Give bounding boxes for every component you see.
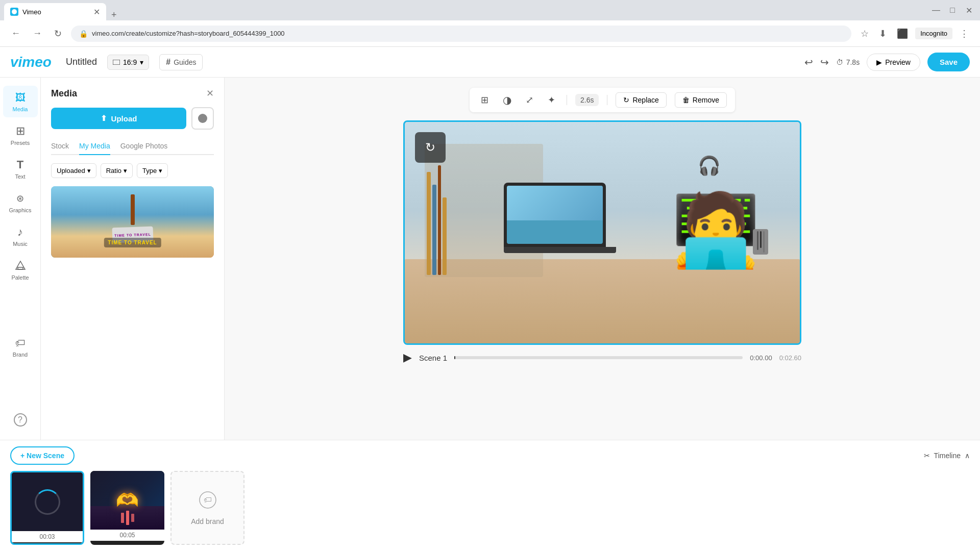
sidebar-item-media[interactable]: 🖼 Media xyxy=(3,86,38,117)
replace-label: Replace xyxy=(632,96,658,104)
sidebar-item-music[interactable]: ♪ Music xyxy=(3,220,38,252)
svg-rect-3 xyxy=(18,267,23,269)
sidebar-item-palette[interactable]: Palette xyxy=(3,254,38,286)
canvas-frame: 🧑‍💻 🎧 ↻ xyxy=(403,120,801,345)
timeline-scrubber[interactable] xyxy=(454,356,743,359)
svg-marker-2 xyxy=(16,261,25,269)
palette-icon xyxy=(14,259,27,272)
redo-button[interactable]: ↪ xyxy=(820,56,829,68)
forward-button[interactable]: → xyxy=(30,26,45,41)
time-current: 0:00.00 xyxy=(750,354,772,362)
back-button[interactable]: ← xyxy=(8,26,23,41)
bookmark-button[interactable]: ☆ xyxy=(857,26,872,41)
guides-button[interactable]: # Guides xyxy=(159,54,203,70)
scenes-strip: 00:03 🫶 00:05 xyxy=(10,471,970,545)
sidebar-item-presets[interactable]: ⊞ Presets xyxy=(3,119,38,151)
record-dot-icon xyxy=(198,114,207,123)
play-button[interactable]: ▶ xyxy=(403,351,412,364)
expand-icon: ⤢ xyxy=(526,94,533,106)
scene-1-preview xyxy=(12,472,83,531)
minimize-button[interactable]: — xyxy=(929,3,943,17)
sidebar-item-text[interactable]: T Text xyxy=(3,153,38,185)
sidebar-item-brand[interactable]: 🏷 Brand xyxy=(3,331,38,363)
timeline-label: Timeline xyxy=(934,452,961,460)
canvas-area: ⊞ ◑ ⤢ ✦ 2.6s ↻ Repla xyxy=(225,78,980,440)
tab-my-media[interactable]: My Media xyxy=(79,138,110,155)
canvas-toolbar: ⊞ ◑ ⤢ ✦ 2.6s ↻ Repla xyxy=(470,88,735,112)
ratio-icon xyxy=(113,60,120,65)
url-text: vimeo.com/create/customize?hash=storyboa… xyxy=(92,30,843,37)
project-title[interactable]: Untitled xyxy=(66,57,97,67)
preview-button[interactable]: ▶ Preview xyxy=(867,54,920,71)
close-media-panel-button[interactable]: ✕ xyxy=(206,88,214,99)
menu-button[interactable]: ⋮ xyxy=(957,26,972,41)
record-button[interactable] xyxy=(191,107,214,130)
remove-button[interactable]: 🗑 Remove xyxy=(675,92,727,108)
upload-button[interactable]: ⬆ Upload xyxy=(51,108,186,129)
tab-close-button[interactable]: ✕ xyxy=(93,7,100,17)
active-browser-tab[interactable]: Vimeo ✕ xyxy=(4,3,106,20)
sidebar-presets-label: Presets xyxy=(11,140,30,146)
reload-button[interactable]: ↻ xyxy=(51,26,65,41)
undo-button[interactable]: ↩ xyxy=(804,56,813,68)
grid-icon: ⊞ xyxy=(481,94,488,106)
save-button[interactable]: Save xyxy=(927,53,970,71)
help-button[interactable]: ? xyxy=(3,408,38,432)
sidebar-text-label: Text xyxy=(15,173,25,180)
type-filter-label: Type xyxy=(142,167,157,174)
replace-button[interactable]: ↻ Replace xyxy=(616,92,666,108)
text-icon: T xyxy=(14,158,27,171)
clock-icon: ⏱ xyxy=(836,58,843,66)
sidebar-item-graphics[interactable]: ⊛ Graphics xyxy=(3,187,38,218)
scissors-icon: ✂ xyxy=(924,452,930,460)
add-brand-button[interactable]: 🏷 Add brand xyxy=(170,471,244,545)
graphics-icon: ⊛ xyxy=(14,192,27,205)
playback-controls: ▶ Scene 1 0:00.00 0:02.60 xyxy=(403,351,801,364)
clip-duration: 2.6s xyxy=(575,94,599,106)
download-button[interactable]: ⬇ xyxy=(876,26,890,41)
sidebar-brand-label: Brand xyxy=(13,352,28,358)
ratio-label: 16:9 xyxy=(123,58,137,66)
scene-1-time: 00:03 xyxy=(12,531,83,542)
media-item-travel[interactable]: TIME TO TRAVEL TIME TO TRAVEL xyxy=(51,186,214,258)
trash-icon: 🗑 xyxy=(682,96,690,104)
grid-view-button[interactable]: ⊞ xyxy=(478,92,492,108)
uploaded-filter[interactable]: Uploaded ▾ xyxy=(51,163,96,178)
header-actions: ↩ ↪ ⏱ 7.8s ▶ Preview Save xyxy=(804,53,970,71)
add-brand-label: Add brand xyxy=(191,517,224,525)
expand-button[interactable]: ⤢ xyxy=(523,92,536,108)
extensions-button[interactable]: ⬛ xyxy=(894,26,911,41)
type-filter[interactable]: Type ▾ xyxy=(137,163,168,178)
close-button[interactable]: ✕ xyxy=(962,3,976,17)
magic-wand-icon: ✦ xyxy=(548,94,555,106)
rotate-icon: ↻ xyxy=(425,140,435,155)
maximize-button[interactable]: □ xyxy=(945,3,960,17)
ratio-filter[interactable]: Ratio ▾ xyxy=(101,163,133,178)
tab-google-photos[interactable]: Google Photos xyxy=(120,138,168,155)
timeline-toggle[interactable]: ✂ Timeline ∧ xyxy=(924,452,970,460)
timer-value: 7.8s xyxy=(846,58,860,66)
sidebar-graphics-label: Graphics xyxy=(9,207,31,213)
canvas-overlay-icon[interactable]: ↻ xyxy=(415,132,446,163)
play-icon: ▶ xyxy=(876,58,882,66)
guides-label: Guides xyxy=(174,58,196,66)
time-total: 0:02.60 xyxy=(779,354,801,362)
ratio-selector[interactable]: 16:9 ▾ xyxy=(107,55,149,70)
timer-display: ⏱ 7.8s xyxy=(836,58,860,66)
tab-stock[interactable]: Stock xyxy=(51,138,69,155)
tab-title: Vimeo xyxy=(22,8,41,16)
magic-tool-button[interactable]: ✦ xyxy=(545,92,558,108)
brand-icon: 🏷 xyxy=(14,336,27,349)
upload-row: ⬆ Upload xyxy=(51,107,214,130)
color-button[interactable]: ◑ xyxy=(500,92,514,108)
upload-icon: ⬆ xyxy=(101,114,107,123)
scene-thumb-1[interactable]: 00:03 xyxy=(10,471,84,545)
address-bar[interactable]: 🔒 vimeo.com/create/customize?hash=storyb… xyxy=(71,26,851,42)
new-scene-button[interactable]: + New Scene xyxy=(10,446,75,465)
uploaded-filter-label: Uploaded xyxy=(57,167,85,174)
collapse-icon: ∧ xyxy=(965,452,970,460)
new-tab-button[interactable]: + xyxy=(107,10,121,20)
sidebar: 🖼 Media ⊞ Presets T Text ⊛ Graphics ♪ xyxy=(0,78,41,440)
scene-thumb-2[interactable]: 🫶 00:05 xyxy=(90,471,164,545)
remove-label: Remove xyxy=(693,96,719,104)
